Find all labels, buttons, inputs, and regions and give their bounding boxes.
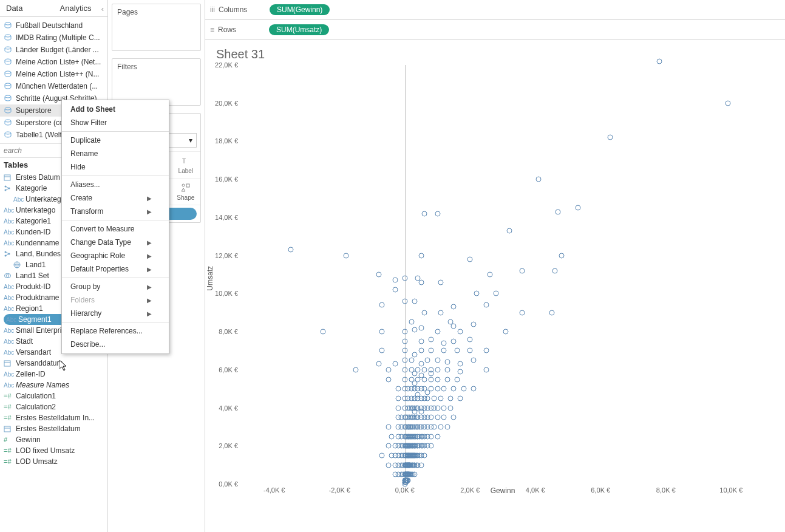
data-point[interactable] (556, 209, 561, 214)
data-point[interactable] (418, 348, 424, 353)
data-point[interactable] (438, 310, 443, 315)
data-point[interactable] (392, 278, 398, 283)
data-point[interactable] (425, 390, 430, 395)
data-point[interactable] (471, 358, 476, 363)
data-point[interactable] (458, 395, 463, 401)
menu-item[interactable]: Duplicate (62, 134, 169, 147)
data-point[interactable] (409, 319, 414, 325)
field-item[interactable]: AbcZeilen-ID (0, 369, 107, 380)
data-point[interactable] (412, 380, 417, 386)
data-point[interactable] (418, 338, 424, 344)
field-item[interactable]: =#LOD fixed Umsatz (0, 445, 107, 456)
data-point[interactable] (438, 424, 443, 429)
data-point[interactable] (467, 336, 473, 342)
data-point[interactable] (386, 462, 391, 468)
data-point[interactable] (412, 352, 417, 357)
data-point[interactable] (458, 369, 463, 374)
data-point[interactable] (402, 377, 407, 382)
menu-item[interactable]: Aliases... (62, 178, 169, 191)
marks-label-button[interactable]: TLabel (171, 152, 200, 179)
data-point[interactable] (435, 415, 440, 420)
collapse-icon[interactable]: ‹ (101, 4, 104, 13)
menu-item[interactable]: Default Properties▶ (62, 262, 169, 276)
data-point[interactable] (458, 329, 463, 335)
datasource-item[interactable]: München Wetterdaten (... (0, 80, 107, 92)
data-point[interactable] (435, 358, 440, 363)
data-point[interactable] (428, 415, 433, 420)
data-point[interactable] (484, 348, 489, 353)
data-point[interactable] (441, 340, 447, 346)
data-point[interactable] (487, 272, 492, 278)
data-point[interactable] (552, 268, 558, 273)
rows-shelf[interactable]: ≡ Rows SUM(Umsatz) (205, 20, 785, 40)
data-point[interactable] (494, 291, 499, 296)
menu-item[interactable]: Add to Sheet (62, 103, 169, 116)
menu-item[interactable]: Replace References... (62, 324, 169, 338)
data-point[interactable] (402, 338, 407, 344)
data-point[interactable] (409, 358, 414, 363)
data-point[interactable] (402, 348, 407, 353)
data-point[interactable] (422, 367, 427, 372)
data-point[interactable] (418, 409, 424, 414)
data-point[interactable] (386, 377, 391, 382)
data-point[interactable] (435, 211, 440, 216)
data-point[interactable] (441, 348, 447, 353)
data-point[interactable] (402, 298, 407, 304)
datasource-item[interactable]: Fußball Deutschland (0, 19, 107, 32)
field-item[interactable]: =#LOD Umsatz (0, 456, 107, 467)
data-point[interactable] (451, 338, 457, 344)
data-point[interactable] (575, 205, 580, 211)
data-point[interactable] (448, 319, 454, 325)
data-point[interactable] (435, 405, 440, 411)
data-point[interactable] (441, 386, 447, 392)
data-point[interactable] (454, 377, 460, 382)
sheet-title[interactable]: Sheet 31 (205, 40, 785, 65)
columns-pill[interactable]: SUM(Gewinn) (270, 4, 330, 15)
data-point[interactable] (444, 424, 450, 429)
data-point[interactable] (444, 360, 450, 365)
data-point[interactable] (422, 452, 427, 458)
menu-item[interactable]: Geographic Role▶ (62, 249, 169, 262)
data-point[interactable] (484, 302, 489, 308)
data-point[interactable] (428, 434, 433, 439)
data-point[interactable] (412, 371, 417, 377)
data-point[interactable] (402, 367, 407, 372)
data-point[interactable] (389, 434, 395, 439)
field-item[interactable]: =#Erstes Bestelldatum In... (0, 412, 107, 423)
data-point[interactable] (435, 377, 440, 382)
columns-shelf[interactable]: iii Columns SUM(Gewinn) (205, 0, 785, 20)
data-point[interactable] (454, 348, 460, 353)
field-item[interactable]: #Gewinn (0, 434, 107, 445)
data-point[interactable] (520, 268, 525, 273)
data-point[interactable] (467, 256, 473, 262)
data-point[interactable] (422, 211, 427, 216)
data-point[interactable] (344, 253, 349, 258)
data-point[interactable] (376, 272, 381, 278)
data-point[interactable] (458, 361, 463, 367)
data-point[interactable] (435, 367, 440, 372)
menu-item[interactable]: Rename (62, 147, 169, 160)
datasource-item[interactable]: Meine Action Liste++ (N... (0, 68, 107, 80)
data-point[interactable] (432, 395, 437, 401)
menu-item[interactable]: Describe... (62, 338, 169, 351)
field-item[interactable]: =#Calculation1 (0, 390, 107, 401)
data-point[interactable] (451, 415, 457, 420)
data-point[interactable] (444, 367, 450, 372)
data-point[interactable] (549, 310, 554, 315)
data-point[interactable] (402, 329, 407, 335)
data-point[interactable] (725, 100, 730, 106)
data-point[interactable] (379, 302, 385, 308)
data-point[interactable] (396, 405, 401, 411)
data-point[interactable] (448, 395, 454, 401)
data-point[interactable] (415, 276, 421, 281)
data-point[interactable] (379, 348, 385, 353)
data-point[interactable] (418, 325, 424, 330)
data-point[interactable] (412, 327, 417, 332)
field-item[interactable]: Versanddatum (0, 358, 107, 369)
datasource-item[interactable]: Meine Action Liste+ (Net... (0, 56, 107, 68)
tab-analytics[interactable]: Analytics ‹ (54, 0, 108, 16)
data-point[interactable] (379, 329, 385, 335)
datasource-item[interactable]: Länder Budget (Länder ... (0, 44, 107, 56)
data-point[interactable] (435, 386, 440, 392)
field-item[interactable]: Erstes Bestelldatum (0, 423, 107, 434)
